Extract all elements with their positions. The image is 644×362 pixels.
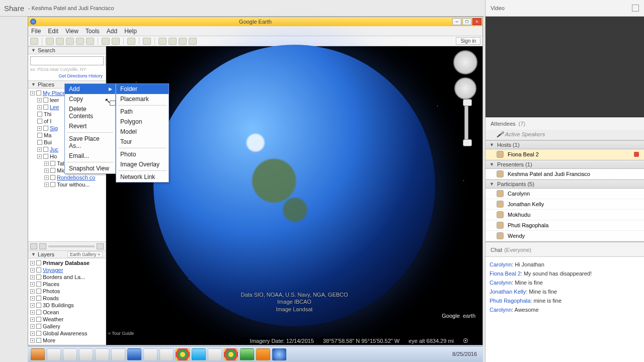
overlay-icon[interactable] (76, 38, 84, 45)
layers-item[interactable]: +Global Awareness (29, 330, 105, 337)
places-item[interactable]: +Rondebosch co (29, 174, 105, 181)
maximize-button[interactable]: □ (462, 18, 471, 25)
menu-item[interactable]: Snapshot View (65, 163, 115, 173)
layers-item[interactable]: +Voyager (29, 266, 105, 274)
places-item[interactable]: +Tour withou... (29, 181, 105, 188)
menu-add[interactable]: Add (107, 28, 117, 35)
layers-item[interactable]: +Roads (29, 295, 105, 302)
layers-item[interactable]: +Photos (29, 288, 105, 295)
menu-item[interactable]: Delete Contents (65, 104, 115, 121)
close-button[interactable]: × (472, 18, 481, 25)
taskbar-ie-icon[interactable] (79, 348, 93, 360)
mic-muted-icon[interactable] (634, 152, 639, 157)
menu-item[interactable]: Photo (116, 149, 169, 159)
record-tour-icon[interactable] (86, 38, 94, 45)
attendee-row[interactable]: Carolynn (486, 189, 644, 199)
tour-guide-toggle[interactable]: « Tour Guide (108, 331, 134, 336)
tree-tool-icon[interactable] (97, 243, 104, 249)
menu-item[interactable]: Model (116, 127, 169, 137)
menu-help[interactable]: Help (124, 28, 137, 35)
menu-item[interactable]: Email... (65, 151, 115, 161)
menu-item[interactable]: Path (116, 107, 169, 117)
attendee-row[interactable]: Jonathan Kelly (486, 199, 644, 210)
menu-item[interactable]: Add (65, 84, 115, 94)
sun-icon[interactable] (112, 38, 120, 45)
menu-view[interactable]: View (65, 28, 78, 35)
menu-edit[interactable]: Edit (48, 28, 58, 35)
taskbar-word-icon[interactable] (127, 348, 141, 360)
layers-tree[interactable]: +Primary Database+Voyager+Borders and La… (28, 258, 106, 345)
hosts-group[interactable]: ▼Hosts (1) (486, 140, 644, 149)
menu-item[interactable]: Placemark (116, 94, 169, 104)
compass-control[interactable] (453, 50, 477, 74)
chat-log[interactable]: Carolynn: Hi JonathanFiona Beal 2: My so… (486, 256, 644, 362)
places-context-menu[interactable]: AddCopyDelete ContentsRevertSave Place A… (64, 83, 116, 174)
pan-control[interactable] (454, 77, 476, 100)
search-panel-header[interactable]: ▼Search (28, 46, 106, 54)
taskbar-chrome-icon[interactable] (176, 348, 190, 360)
menu-item[interactable]: Folder (116, 84, 169, 94)
add-submenu[interactable]: FolderPlacemarkPathPolygonModelTourPhoto… (116, 83, 169, 183)
attendee-row[interactable]: Fiona Beal 2 (486, 149, 644, 160)
search-input[interactable] (30, 56, 104, 65)
taskbar-outlook-icon[interactable] (111, 348, 125, 360)
layers-item[interactable]: +Gallery (29, 323, 105, 330)
participants-group[interactable]: ▼Participants (5) (486, 179, 644, 189)
toolbar-icon[interactable] (30, 38, 38, 45)
minimize-button[interactable]: – (452, 18, 461, 25)
layers-item[interactable]: +Primary Database (29, 259, 105, 266)
taskbar-googleearth-icon[interactable] (272, 348, 286, 360)
save-image-icon[interactable] (179, 38, 187, 45)
polygon-icon[interactable] (56, 38, 64, 45)
menu-item[interactable]: Save Place As... (65, 134, 115, 151)
menu-file[interactable]: File (31, 28, 41, 35)
layers-item[interactable]: +Borders and La... (29, 274, 105, 281)
attendee-row[interactable]: Keshma Patel and Judi Francisco (486, 169, 644, 179)
search-links[interactable]: Get Directions History (30, 73, 104, 78)
planet-icon[interactable] (127, 38, 135, 45)
taskbar-app-icon[interactable] (63, 348, 77, 360)
layers-panel-header[interactable]: ▼LayersEarth Gallery » (28, 250, 106, 258)
zoom-slider[interactable] (464, 103, 468, 143)
opacity-slider[interactable] (48, 245, 95, 247)
menu-item[interactable]: Tour (116, 137, 169, 147)
taskbar-explorer-icon[interactable] (47, 348, 61, 360)
taskbar-powerpoint-icon[interactable] (31, 348, 45, 360)
taskbar-clock[interactable]: 8/25/2016 (452, 351, 480, 357)
ruler-icon[interactable] (143, 38, 151, 45)
menu-tools[interactable]: Tools (86, 28, 100, 35)
window-title-bar[interactable]: Google Earth – □ × (28, 17, 482, 26)
menu-item[interactable]: Polygon (116, 117, 169, 127)
popout-icon[interactable] (632, 5, 639, 12)
taskbar-chrome-icon[interactable] (224, 348, 238, 360)
menu-item[interactable]: Network Link (116, 172, 169, 182)
video-area[interactable] (486, 17, 644, 117)
layers-item[interactable]: +Weather (29, 316, 105, 323)
video-panel-header[interactable]: Video (486, 0, 644, 17)
view-in-maps-icon[interactable] (189, 38, 197, 45)
signin-button[interactable]: Sign in (456, 37, 480, 45)
layers-item[interactable]: +Ocean (29, 309, 105, 316)
taskbar-skype-icon[interactable] (192, 348, 206, 360)
presenters-group[interactable]: ▼Presenters (1) (486, 160, 644, 169)
email-icon[interactable] (158, 38, 167, 45)
print-icon[interactable] (169, 38, 177, 45)
placemark-icon[interactable] (46, 38, 54, 45)
taskbar-app-icon[interactable] (159, 348, 174, 360)
taskbar-app-icon[interactable] (208, 348, 222, 360)
earth-globe[interactable] (153, 45, 435, 326)
tree-play-icon[interactable] (39, 243, 46, 249)
layers-item[interactable]: +More (29, 337, 105, 344)
taskbar-vlc-icon[interactable] (256, 348, 270, 360)
earth-gallery-link[interactable]: Earth Gallery » (67, 251, 103, 257)
menu-item[interactable]: Copy (65, 94, 115, 104)
attendee-row[interactable]: Wendy (486, 231, 644, 241)
layers-item[interactable]: +3D Buildings (29, 302, 105, 309)
path-icon[interactable] (66, 38, 74, 45)
history-icon[interactable] (102, 38, 110, 45)
menu-item[interactable]: Image Overlay (116, 159, 169, 169)
taskbar-app-icon[interactable] (95, 348, 109, 360)
taskbar-notes-icon[interactable] (143, 348, 157, 360)
windows-taskbar[interactable]: 8/25/2016 (28, 346, 483, 362)
attendee-row[interactable]: Phuti Ragophala (486, 220, 644, 231)
